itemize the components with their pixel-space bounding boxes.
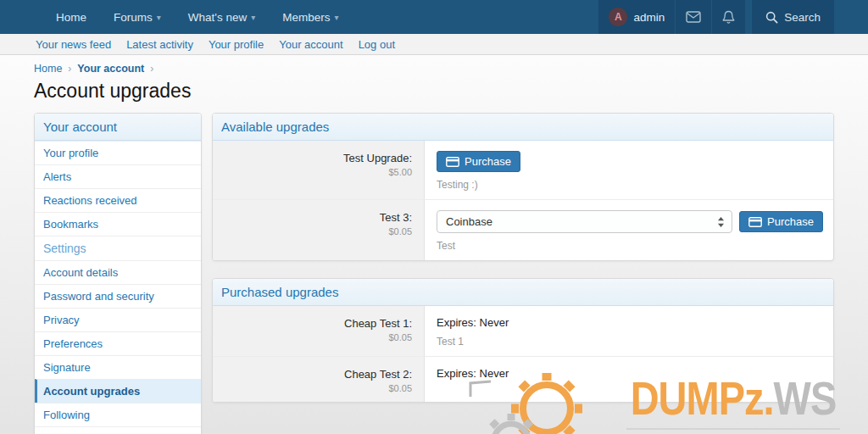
- upgrade-price: $5.00: [221, 167, 412, 177]
- chevron-down-icon: ▾: [157, 13, 161, 22]
- upgrade-label-cell: Cheap Test 2: $0.05: [213, 357, 425, 402]
- upgrade-price: $0.05: [221, 383, 412, 393]
- sidebar-item-following[interactable]: Following: [35, 403, 201, 426]
- subnav-your-profile[interactable]: Your profile: [209, 38, 264, 51]
- sidebar-item-signature[interactable]: Signature: [35, 355, 201, 379]
- avatar: A: [609, 8, 627, 26]
- sidebar-item-bookmarks[interactable]: Bookmarks: [35, 212, 201, 236]
- page-body: Home › Your account › Account upgrades Y…: [0, 55, 868, 433]
- purchased-row-cheap-test-1: Cheap Test 1: $0.05 Expires: Never Test …: [213, 306, 833, 356]
- nav-divider: [745, 0, 751, 34]
- envelope-icon: [686, 11, 701, 23]
- sidebar-item-account-upgrades[interactable]: Account upgrades: [35, 379, 201, 403]
- sidebar-item-privacy[interactable]: Privacy: [35, 308, 201, 331]
- upgrade-name: Test 3:: [221, 211, 412, 224]
- secondary-nav: Your news feed Latest activity Your prof…: [0, 34, 868, 55]
- upgrade-price: $0.05: [221, 226, 412, 236]
- page-title: Account upgrades: [34, 80, 834, 103]
- upgrade-label-cell: Test Upgrade: $5.00: [213, 141, 425, 199]
- payment-method-value: Coinbase: [446, 215, 492, 228]
- breadcrumb: Home › Your account ›: [34, 63, 834, 75]
- upgrade-label-cell: Test 3: $0.05: [213, 200, 425, 260]
- conversations-button[interactable]: [675, 0, 711, 34]
- nav-item-members[interactable]: Members ▾: [269, 0, 352, 34]
- sidebar-item-account-details[interactable]: Account details: [35, 260, 201, 284]
- nav-label: What's new: [188, 11, 247, 24]
- account-sidebar: Your account Your profile Alerts Reactio…: [34, 113, 202, 434]
- subnav-latest-activity[interactable]: Latest activity: [126, 38, 193, 51]
- select-stepper-icon: [717, 216, 725, 228]
- purchased-upgrades-title: Purchased upgrades: [213, 279, 833, 306]
- upgrade-content-cell: Expires: Never: [425, 357, 833, 402]
- nav-label: Home: [56, 11, 86, 24]
- sidebar-item-preferences[interactable]: Preferences: [35, 331, 201, 355]
- upgrade-name: Cheap Test 2:: [221, 368, 412, 381]
- subnav-log-out[interactable]: Log out: [359, 38, 395, 51]
- sidebar-item-reactions-received[interactable]: Reactions received: [35, 188, 201, 212]
- subnav-your-news-feed[interactable]: Your news feed: [36, 38, 111, 51]
- sidebar-title: Your account: [35, 114, 201, 141]
- main-content: Available upgrades Test Upgrade: $5.00: [212, 113, 834, 434]
- payment-method-select[interactable]: Coinbase: [437, 210, 732, 233]
- account-menu[interactable]: A admin: [598, 0, 675, 34]
- purchased-row-cheap-test-2: Cheap Test 2: $0.05 Expires: Never: [213, 356, 833, 402]
- sidebar-item-your-profile[interactable]: Your profile: [35, 141, 201, 164]
- chevron-down-icon: ▾: [251, 13, 255, 22]
- upgrade-content-cell: Expires: Never Test 1: [425, 306, 833, 356]
- nav-item-forums[interactable]: Forums ▾: [100, 0, 175, 34]
- available-upgrades-title: Available upgrades: [213, 114, 833, 141]
- upgrade-price: $0.05: [221, 332, 412, 342]
- nav-label: Forums: [114, 11, 153, 24]
- upgrade-description: Testing :): [437, 179, 823, 191]
- upgrade-description: Test: [437, 240, 823, 252]
- nav-item-whats-new[interactable]: What's new ▾: [175, 0, 269, 34]
- upgrade-content-cell: Purchase Testing :): [425, 141, 833, 199]
- available-upgrades-block: Available upgrades Test Upgrade: $5.00: [212, 113, 834, 261]
- nav-label: Members: [282, 11, 330, 24]
- purchase-button-label: Purchase: [767, 215, 814, 228]
- search-button[interactable]: Search: [751, 0, 834, 34]
- upgrade-label-cell: Cheap Test 1: $0.05: [213, 306, 425, 356]
- upgrade-name: Cheap Test 1:: [221, 317, 412, 330]
- purchase-button[interactable]: Purchase: [739, 211, 823, 232]
- credit-card-icon: [748, 217, 762, 227]
- upgrade-name: Test Upgrade:: [221, 152, 412, 164]
- credit-card-icon: [446, 157, 459, 167]
- chevron-down-icon: ▾: [334, 13, 338, 22]
- purchase-button-label: Purchase: [465, 155, 511, 168]
- nav-item-home[interactable]: Home: [42, 0, 100, 34]
- purchase-button[interactable]: Purchase: [437, 151, 520, 172]
- search-label: Search: [784, 11, 821, 24]
- expires-text: Expires: Never: [437, 316, 823, 329]
- upgrade-row-test-upgrade: Test Upgrade: $5.00 Purchase: [213, 141, 833, 199]
- sidebar-subheader-settings: Settings: [35, 236, 201, 260]
- username: admin: [633, 11, 665, 24]
- purchased-upgrades-block: Purchased upgrades Cheap Test 1: $0.05 E…: [212, 278, 834, 403]
- search-icon: [765, 11, 778, 24]
- chevron-right-icon: ›: [150, 63, 153, 75]
- upgrade-content-cell: Coinbase: [425, 200, 833, 260]
- chevron-right-icon: ›: [68, 63, 71, 75]
- sidebar-item-password-security[interactable]: Password and security: [35, 284, 201, 308]
- sidebar-item-ignoring[interactable]: Ignoring: [35, 426, 201, 434]
- sidebar-item-alerts[interactable]: Alerts: [35, 164, 201, 188]
- main-nav: Home Forums ▾ What's new ▾ Members ▾: [0, 0, 353, 34]
- alerts-button[interactable]: [711, 0, 745, 34]
- subnav-your-account[interactable]: Your account: [279, 38, 342, 51]
- breadcrumb-your-account[interactable]: Your account: [77, 63, 144, 75]
- upgrade-row-test-3: Test 3: $0.05 Coinbase: [213, 199, 833, 260]
- bell-icon: [722, 10, 735, 25]
- top-navbar: Home Forums ▾ What's new ▾ Members ▾ A a…: [0, 0, 868, 34]
- expires-text: Expires: Never: [437, 367, 823, 380]
- upgrade-description: Test 1: [437, 336, 823, 348]
- breadcrumb-home[interactable]: Home: [34, 63, 62, 75]
